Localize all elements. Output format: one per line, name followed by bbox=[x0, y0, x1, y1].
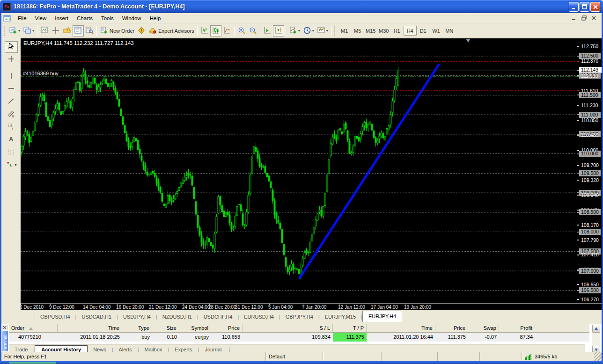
zoom-in-button[interactable] bbox=[236, 25, 247, 36]
line-chart-button[interactable] bbox=[221, 25, 233, 36]
templates-button[interactable]: ▾ bbox=[316, 25, 330, 36]
column-header-size[interactable]: Size bbox=[152, 324, 179, 332]
text-button[interactable]: A bbox=[5, 134, 18, 146]
metaeditor-button[interactable] bbox=[136, 25, 147, 36]
cursor-button[interactable] bbox=[5, 41, 18, 53]
expert-advisors-button[interactable]: Expert Advisors bbox=[147, 25, 195, 36]
text-label-button[interactable]: T bbox=[5, 146, 18, 158]
time-label: 12 Jan 12:00 bbox=[338, 305, 365, 310]
resize-grip[interactable] bbox=[594, 352, 602, 361]
price-tick-mark bbox=[577, 165, 579, 166]
chart-tab-eurjpy-m15[interactable]: EURJPY,M15 bbox=[320, 312, 361, 322]
column-header-profit[interactable]: Profit bbox=[499, 324, 535, 332]
price-label-110.850: 110.850 bbox=[579, 117, 598, 124]
column-header-symbol[interactable]: Symbol bbox=[179, 324, 211, 332]
menu-charts[interactable]: Charts bbox=[73, 14, 97, 22]
timeframe-mn-button[interactable]: MN bbox=[443, 26, 456, 36]
column-header-price[interactable]: Price bbox=[211, 324, 243, 332]
trendline-button[interactable] bbox=[5, 96, 18, 108]
crosshair-button[interactable] bbox=[50, 25, 61, 36]
vertical-line-button[interactable] bbox=[5, 71, 18, 82]
toolbar-separator bbox=[37, 26, 37, 36]
chart-tab-usdcad-h1[interactable]: USDCAD,H1 bbox=[76, 312, 117, 322]
tick-chart-button[interactable] bbox=[39, 25, 50, 36]
chart-tab-nzdusd-h1[interactable]: NZDUSD,H1 bbox=[157, 312, 197, 322]
price-tick-mark bbox=[577, 95, 579, 95]
timeframe-m5-button[interactable]: M5 bbox=[351, 26, 364, 36]
periods-button[interactable]: ▾ bbox=[302, 25, 316, 36]
bar-chart-button[interactable] bbox=[199, 25, 210, 36]
candlestick-button[interactable] bbox=[210, 25, 221, 36]
timeframe-m30-button[interactable]: M30 bbox=[377, 26, 390, 36]
expert-advisors-label: Expert Advisors bbox=[158, 28, 194, 34]
timeframe-w1-button[interactable]: W1 bbox=[430, 26, 443, 36]
price-tick-mark bbox=[577, 114, 579, 115]
new-order-button[interactable]: New Order bbox=[98, 25, 136, 36]
status-profile[interactable]: Default bbox=[265, 352, 323, 361]
equidistant-channel-button[interactable]: E bbox=[5, 109, 18, 120]
menu-view[interactable]: View bbox=[31, 14, 51, 22]
zoom-out-icon bbox=[249, 26, 257, 36]
fibonacci-retracement-button[interactable]: F bbox=[5, 121, 18, 133]
profiles-button[interactable]: ▾ bbox=[22, 25, 36, 36]
menu-insert[interactable]: Insert bbox=[51, 14, 73, 22]
close-button[interactable] bbox=[590, 2, 600, 12]
zoom-out-button[interactable] bbox=[247, 25, 258, 36]
time-label: 5 Jan 04:00 bbox=[268, 305, 293, 310]
chart-tab-usdjpy-h4[interactable]: USDJPY,H4 bbox=[118, 312, 156, 322]
column-header-swap[interactable]: Swap bbox=[468, 324, 499, 332]
column-header-time[interactable]: Time bbox=[367, 324, 435, 332]
cell-time: 2011.01.20 16:44 bbox=[367, 333, 435, 342]
terminal-scrollbar[interactable] bbox=[592, 325, 600, 354]
child-restore-button[interactable] bbox=[580, 15, 588, 22]
crosshair-tool-button[interactable] bbox=[5, 54, 18, 66]
price-label-111.500: 111.500 bbox=[579, 92, 601, 98]
column-header-tp[interactable]: T / P bbox=[333, 324, 367, 332]
zoom-in-icon bbox=[237, 26, 246, 36]
history-row[interactable]: 407792102011.01.18 20:25buy0.10eurjpy110… bbox=[9, 333, 589, 342]
column-header-price[interactable]: Price bbox=[435, 324, 468, 332]
horizontal-line-button[interactable] bbox=[5, 83, 18, 95]
menu-window[interactable]: Window bbox=[118, 14, 146, 22]
data-window-button[interactable] bbox=[84, 25, 95, 36]
minimize-button[interactable] bbox=[569, 2, 579, 12]
timeframe-h1-button[interactable]: H1 bbox=[390, 26, 404, 36]
chart-tab-gbpjpy-h4[interactable]: GBPJPY,H4 bbox=[280, 312, 318, 322]
favorites-button[interactable] bbox=[61, 25, 73, 36]
terminal-close-button[interactable] bbox=[2, 325, 7, 330]
timeframe-m1-button[interactable]: M1 bbox=[338, 26, 351, 36]
menu-file[interactable]: File bbox=[14, 14, 31, 22]
market-watch-button[interactable] bbox=[73, 25, 84, 36]
time-label: 9 Dec 12:00 bbox=[49, 305, 74, 310]
candlestick-chart[interactable]: EURJPY,H4 111.745 112.232 111.727 112.14… bbox=[21, 38, 577, 303]
column-header-order[interactable]: Order bbox=[9, 324, 58, 332]
timeframe-d1-button[interactable]: D1 bbox=[417, 26, 430, 36]
scroll-up-button[interactable] bbox=[592, 325, 600, 333]
new-chart-button[interactable]: ▾ bbox=[7, 25, 22, 36]
column-header-sl[interactable]: S / L bbox=[243, 324, 333, 332]
arrow-tools-button[interactable]: ▾ bbox=[5, 159, 18, 171]
chart-shift-button[interactable] bbox=[273, 25, 284, 36]
chart-tab-usdchf-h4[interactable]: USDCHF,H4 bbox=[199, 312, 238, 322]
auto-scroll-button[interactable] bbox=[262, 25, 273, 36]
time-axis[interactable]: 6 Dec 20109 Dec 12:0014 Dec 04:0016 Dec … bbox=[21, 303, 602, 310]
menu-help[interactable]: Help bbox=[146, 14, 165, 22]
child-minimize-button[interactable] bbox=[570, 15, 578, 22]
chart-tab-eurusd-h4[interactable]: EURUSD,H4 bbox=[239, 312, 279, 322]
child-close-button[interactable] bbox=[590, 15, 598, 22]
timeframe-m15-button[interactable]: M15 bbox=[364, 26, 377, 36]
column-header-time[interactable]: Time bbox=[58, 324, 122, 332]
cell-size: 0.10 bbox=[152, 333, 179, 342]
timeframe-h4-button[interactable]: H4 bbox=[404, 26, 417, 36]
indicators-button[interactable]: ▾ bbox=[287, 25, 302, 36]
price-axis[interactable]: 112.750112.500112.370112.143112.000111.9… bbox=[577, 38, 602, 303]
chart-area[interactable]: EURJPY,H4 111.745 112.232 111.727 112.14… bbox=[21, 38, 602, 310]
column-header-type[interactable]: Type bbox=[122, 324, 152, 332]
time-label: 28 Dec 20:00 bbox=[208, 305, 236, 310]
chart-tab-eurjpy-h4[interactable]: EURJPY,H4 bbox=[362, 311, 402, 322]
menu-tools[interactable]: Tools bbox=[97, 14, 118, 22]
status-help-text: For Help, press F1 bbox=[1, 352, 265, 361]
price-tick-mark bbox=[577, 173, 579, 174]
maximize-button[interactable] bbox=[580, 2, 589, 12]
chart-tab-gbpusd-h4[interactable]: GBPUSD,H4 bbox=[35, 312, 75, 322]
